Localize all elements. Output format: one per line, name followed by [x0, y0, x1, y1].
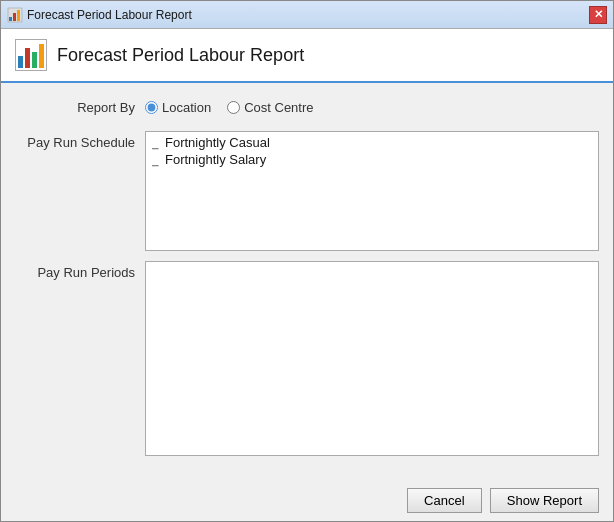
- svg-rect-2: [13, 13, 16, 21]
- pay-run-schedule-label: Pay Run Schedule: [15, 131, 145, 150]
- list-item[interactable]: ⎯Fortnightly Salary: [148, 151, 596, 168]
- cancel-button[interactable]: Cancel: [407, 488, 482, 513]
- location-radio-group[interactable]: Location: [145, 100, 211, 115]
- window-icon: [7, 7, 23, 23]
- header-section: Forecast Period Labour Report: [1, 29, 613, 83]
- location-radio-label: Location: [162, 100, 211, 115]
- close-button[interactable]: ✕: [589, 6, 607, 24]
- title-bar-text: Forecast Period Labour Report: [27, 8, 192, 22]
- cost-centre-radio-label: Cost Centre: [244, 100, 313, 115]
- cost-centre-radio-group[interactable]: Cost Centre: [227, 100, 313, 115]
- main-window: Forecast Period Labour Report ✕ Forecast…: [0, 0, 614, 522]
- title-bar-left: Forecast Period Labour Report: [7, 7, 192, 23]
- cost-centre-radio[interactable]: [227, 101, 240, 114]
- pay-run-schedule-section: Pay Run Schedule ⎯Fortnightly Casual⎯For…: [15, 131, 599, 251]
- report-by-controls: Location Cost Centre: [145, 100, 599, 115]
- pay-run-schedule-list[interactable]: ⎯Fortnightly Casual⎯Fortnightly Salary: [145, 131, 599, 251]
- list-item[interactable]: ⎯Fortnightly Casual: [148, 134, 596, 151]
- title-bar: Forecast Period Labour Report ✕: [1, 1, 613, 29]
- report-by-label: Report By: [15, 100, 145, 115]
- show-report-button[interactable]: Show Report: [490, 488, 599, 513]
- svg-rect-1: [9, 17, 12, 21]
- report-icon: [15, 39, 47, 71]
- pay-run-periods-list[interactable]: [145, 261, 599, 456]
- footer: Cancel Show Report: [1, 480, 613, 521]
- pay-run-periods-label: Pay Run Periods: [15, 261, 145, 280]
- page-title: Forecast Period Labour Report: [57, 45, 304, 66]
- location-radio[interactable]: [145, 101, 158, 114]
- svg-rect-3: [17, 10, 20, 21]
- pay-run-periods-section: Pay Run Periods: [15, 261, 599, 456]
- content-area: Report By Location Cost Centre Pay Run S…: [1, 83, 613, 480]
- report-by-row: Report By Location Cost Centre: [15, 93, 599, 121]
